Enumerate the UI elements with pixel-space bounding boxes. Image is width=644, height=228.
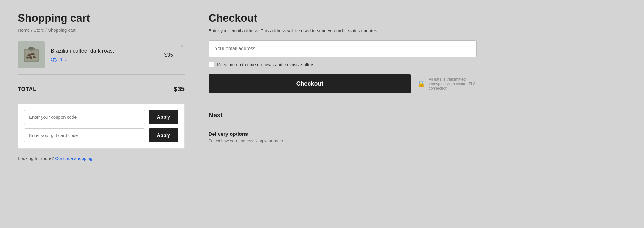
newsletter-row: Keep me up to date on news and exclusive… xyxy=(209,62,477,67)
newsletter-checkbox[interactable] xyxy=(209,62,214,67)
checkout-button[interactable]: Checkout xyxy=(209,74,411,93)
coupon-input[interactable] xyxy=(24,110,145,124)
remove-item-button[interactable]: × xyxy=(179,41,185,50)
coupon-row: Apply xyxy=(24,110,178,124)
section-divider xyxy=(209,105,477,105)
checkout-section: Checkout Enter your email address. This … xyxy=(209,12,477,161)
breadcrumb-sep2: / xyxy=(46,27,47,33)
promo-panel: Apply Apply xyxy=(18,104,185,149)
cart-total-amount: $35 xyxy=(174,85,185,93)
next-item-delivery: Delivery options Select how you'll be re… xyxy=(209,131,477,143)
lock-icon: 🔒 xyxy=(417,80,425,88)
product-image xyxy=(18,41,45,68)
checkout-bottom: Checkout 🔒 All data is transmitted encry… xyxy=(209,74,477,93)
giftcard-input[interactable] xyxy=(24,128,145,142)
cart-total-label: TOTAL xyxy=(18,86,37,93)
continue-shopping-text: Looking for more? Continue shopping xyxy=(18,156,185,161)
qty-label: Qty: 1 xyxy=(51,57,63,62)
breadcrumb-sep1: / xyxy=(31,27,32,33)
breadcrumb-home: Home xyxy=(18,27,30,33)
secure-info-text: All data is transmitted encrypted via a … xyxy=(429,77,477,90)
cart-total-row: TOTAL $35 xyxy=(18,81,185,98)
cart-item-details: Brazilian coffee, dark roast Qty: 1 ⌄ xyxy=(51,48,158,62)
cart-item-name: Brazilian coffee, dark roast xyxy=(51,48,158,54)
checkout-subtitle: Enter your email address. This address w… xyxy=(209,28,477,33)
newsletter-label[interactable]: Keep me up to date on news and exclusive… xyxy=(217,62,314,67)
cart-title: Shopping cart xyxy=(18,12,185,24)
coupon-apply-button[interactable]: Apply xyxy=(149,110,178,124)
giftcard-apply-button[interactable]: Apply xyxy=(149,128,178,142)
cart-section: Shopping cart Home / Store / Shopping ca… xyxy=(18,12,185,161)
breadcrumb-store: Store xyxy=(34,27,44,33)
next-divider xyxy=(209,125,477,125)
secure-info: 🔒 All data is transmitted encrypted via … xyxy=(417,77,477,90)
delivery-desc: Select how you'll be receiving your orde… xyxy=(209,138,477,143)
breadcrumb: Home / Store / Shopping cart xyxy=(18,27,185,33)
svg-rect-1 xyxy=(25,50,38,61)
qty-chevron-icon: ⌄ xyxy=(64,56,68,62)
giftcard-row: Apply xyxy=(24,128,178,142)
cart-item-price: $35 xyxy=(164,52,173,58)
next-section-title: Next xyxy=(209,111,477,119)
checkout-title: Checkout xyxy=(209,12,477,24)
cart-item: Brazilian coffee, dark roast Qty: 1 ⌄ $3… xyxy=(18,41,185,75)
email-input[interactable] xyxy=(209,40,477,57)
delivery-label: Delivery options xyxy=(209,131,477,137)
breadcrumb-current: Shopping cart xyxy=(48,27,76,33)
qty-selector[interactable]: Qty: 1 ⌄ xyxy=(51,56,68,62)
continue-shopping-link[interactable]: Continue shopping xyxy=(55,156,92,161)
svg-rect-3 xyxy=(29,47,33,49)
